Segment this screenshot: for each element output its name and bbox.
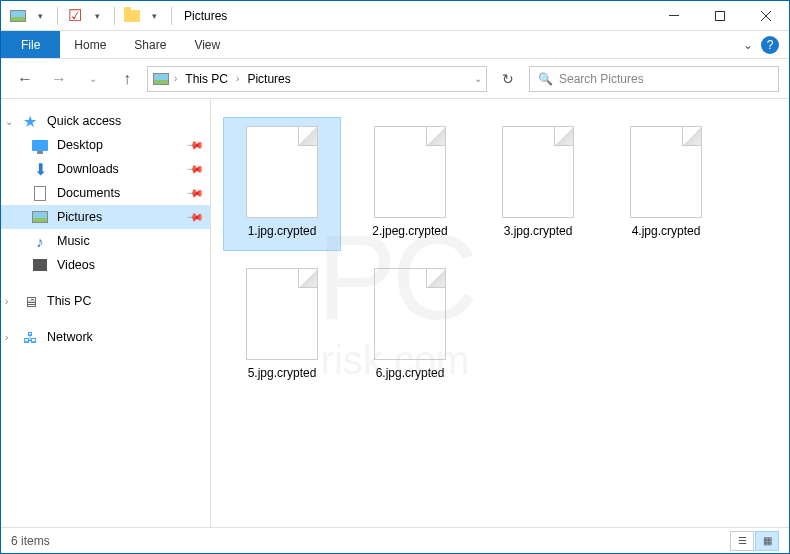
search-placeholder: Search Pictures <box>559 72 644 86</box>
sidebar-label: This PC <box>47 294 91 308</box>
window-title: Pictures <box>184 9 227 23</box>
window-controls <box>651 1 789 31</box>
content-area: ⌄ ★ Quick access Desktop 📌 ⬇ Downloads 📌… <box>1 99 789 527</box>
file-menu[interactable]: File <box>1 31 60 58</box>
search-icon: 🔍 <box>538 72 553 86</box>
sidebar-label: Pictures <box>57 210 102 224</box>
separator <box>57 7 58 25</box>
pictures-icon <box>31 208 49 226</box>
file-name: 3.jpg.crypted <box>500 224 577 238</box>
back-button[interactable]: ← <box>11 65 39 93</box>
file-item[interactable]: 2.jpeg.crypted <box>351 117 469 251</box>
maximize-icon <box>715 11 725 21</box>
search-box[interactable]: 🔍 Search Pictures <box>529 66 779 92</box>
sidebar-label: Quick access <box>47 114 121 128</box>
new-folder-icon[interactable] <box>123 7 141 25</box>
file-item[interactable]: 4.jpg.crypted <box>607 117 725 251</box>
details-view-button[interactable]: ☰ <box>730 531 754 551</box>
file-item[interactable]: 6.jpg.crypted <box>351 259 469 393</box>
qat-dropdown-icon[interactable]: ▾ <box>31 7 49 25</box>
navigation-pane: ⌄ ★ Quick access Desktop 📌 ⬇ Downloads 📌… <box>1 99 211 527</box>
file-item[interactable]: 5.jpg.crypted <box>223 259 341 393</box>
chevron-down-icon[interactable]: ⌄ <box>474 73 482 84</box>
maximize-button[interactable] <box>697 1 743 31</box>
sidebar-item-documents[interactable]: Documents 📌 <box>1 181 210 205</box>
sidebar-item-pictures[interactable]: Pictures 📌 <box>1 205 210 229</box>
separator <box>171 7 172 25</box>
videos-icon <box>31 256 49 274</box>
sidebar-item-music[interactable]: ♪ Music <box>1 229 210 253</box>
pictures-folder-icon <box>152 70 170 88</box>
sidebar-label: Documents <box>57 186 120 200</box>
refresh-button[interactable]: ↻ <box>493 71 523 87</box>
expand-ribbon-icon[interactable]: ⌄ <box>743 38 753 52</box>
pin-icon: 📌 <box>185 207 204 226</box>
sidebar-label: Music <box>57 234 90 248</box>
pc-icon: 🖥 <box>21 292 39 310</box>
file-icon <box>374 126 446 218</box>
status-bar: 6 items ☰ ▦ <box>1 527 789 553</box>
recent-locations-button[interactable]: ⌄ <box>79 65 107 93</box>
sidebar-label: Network <box>47 330 93 344</box>
expand-icon[interactable]: › <box>5 296 8 307</box>
sidebar-item-videos[interactable]: Videos <box>1 253 210 277</box>
svg-rect-1 <box>716 11 725 20</box>
file-icon <box>374 268 446 360</box>
svg-rect-0 <box>669 15 679 16</box>
file-name: 2.jpeg.crypted <box>368 224 451 238</box>
sidebar-label: Videos <box>57 258 95 272</box>
qat-dropdown-icon[interactable]: ▾ <box>88 7 106 25</box>
file-item[interactable]: 3.jpg.crypted <box>479 117 597 251</box>
expand-icon[interactable]: › <box>5 332 8 343</box>
item-count: 6 items <box>11 534 50 548</box>
music-icon: ♪ <box>31 232 49 250</box>
chevron-right-icon[interactable]: › <box>174 73 177 84</box>
sidebar-label: Desktop <box>57 138 103 152</box>
sidebar-quick-access[interactable]: ⌄ ★ Quick access <box>1 109 210 133</box>
properties-icon[interactable]: ☑ <box>66 7 84 25</box>
address-bar: ← → ⌄ ↑ › This PC › Pictures ⌄ ↻ 🔍 Searc… <box>1 59 789 99</box>
sidebar-item-downloads[interactable]: ⬇ Downloads 📌 <box>1 157 210 181</box>
file-explorer-window: PC risk.com ▾ ☑ ▾ ▾ Pictures <box>0 0 790 554</box>
breadcrumb-this-pc[interactable]: This PC <box>181 72 232 86</box>
sidebar-item-desktop[interactable]: Desktop 📌 <box>1 133 210 157</box>
pin-icon: 📌 <box>185 135 204 154</box>
help-icon[interactable]: ? <box>761 36 779 54</box>
file-name: 5.jpg.crypted <box>244 366 321 380</box>
network-icon: 🖧 <box>21 328 39 346</box>
file-name: 1.jpg.crypted <box>244 224 321 238</box>
view-toggle: ☰ ▦ <box>730 531 779 551</box>
tab-view[interactable]: View <box>180 31 234 58</box>
file-icon <box>246 126 318 218</box>
file-icon <box>246 268 318 360</box>
sidebar-network[interactable]: › 🖧 Network <box>1 325 210 349</box>
qat-more-icon[interactable]: ▾ <box>145 7 163 25</box>
breadcrumb-pictures[interactable]: Pictures <box>243 72 294 86</box>
forward-button[interactable]: → <box>45 65 73 93</box>
file-name: 4.jpg.crypted <box>628 224 705 238</box>
up-button[interactable]: ↑ <box>113 65 141 93</box>
downloads-icon: ⬇ <box>31 160 49 178</box>
minimize-icon <box>669 15 679 16</box>
minimize-button[interactable] <box>651 1 697 31</box>
star-icon: ★ <box>21 112 39 130</box>
titlebar: ▾ ☑ ▾ ▾ Pictures <box>1 1 789 31</box>
separator <box>114 7 115 25</box>
chevron-right-icon[interactable]: › <box>236 73 239 84</box>
close-button[interactable] <box>743 1 789 31</box>
ribbon-tabs: File Home Share View ⌄ ? <box>1 31 789 59</box>
file-icon <box>630 126 702 218</box>
file-list[interactable]: 1.jpg.crypted 2.jpeg.crypted 3.jpg.crypt… <box>211 99 789 527</box>
file-item[interactable]: 1.jpg.crypted <box>223 117 341 251</box>
file-icon <box>502 126 574 218</box>
quick-access-toolbar: ▾ ☑ ▾ ▾ Pictures <box>1 7 227 25</box>
pin-icon: 📌 <box>185 159 204 178</box>
tab-home[interactable]: Home <box>60 31 120 58</box>
sidebar-label: Downloads <box>57 162 119 176</box>
sidebar-this-pc[interactable]: › 🖥 This PC <box>1 289 210 313</box>
desktop-icon <box>31 136 49 154</box>
expand-icon[interactable]: ⌄ <box>5 116 13 127</box>
breadcrumb-path[interactable]: › This PC › Pictures ⌄ <box>147 66 487 92</box>
tab-share[interactable]: Share <box>120 31 180 58</box>
icons-view-button[interactable]: ▦ <box>755 531 779 551</box>
